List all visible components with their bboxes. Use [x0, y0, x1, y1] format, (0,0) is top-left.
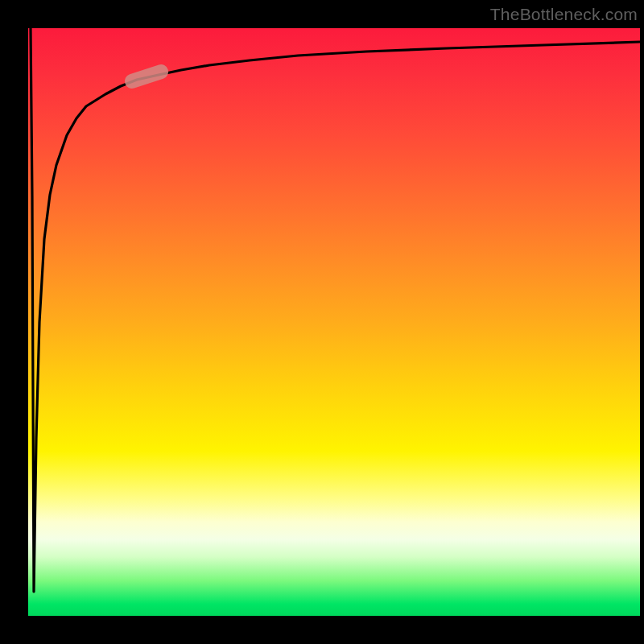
- curve-layer: [28, 28, 640, 616]
- plot-area: [28, 28, 640, 616]
- svg-rect-0: [123, 63, 171, 90]
- bottleneck-curve: [31, 28, 640, 592]
- chart-frame: TheBottleneck.com: [0, 0, 644, 644]
- current-point-marker: [123, 63, 171, 90]
- watermark-text: TheBottleneck.com: [490, 5, 638, 24]
